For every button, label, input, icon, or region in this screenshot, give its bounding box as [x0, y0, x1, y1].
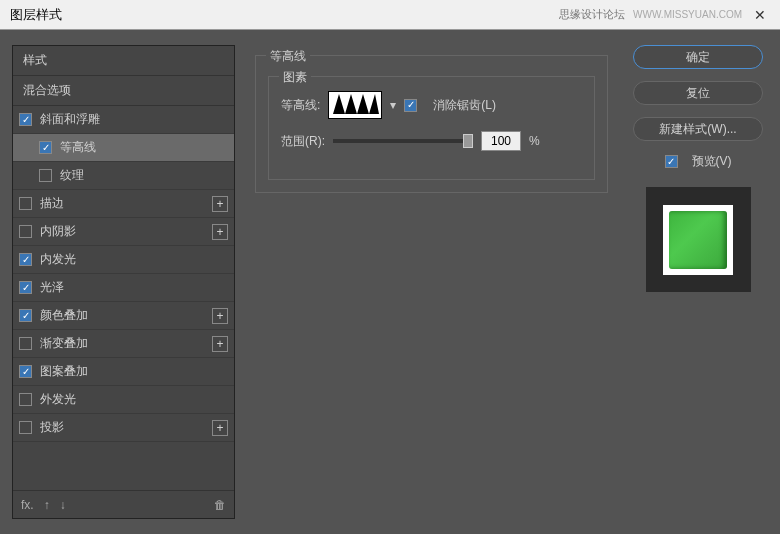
checkbox-icon[interactable]	[19, 365, 32, 378]
item-satin[interactable]: 光泽	[13, 274, 234, 302]
item-inner-glow[interactable]: 内发光	[13, 246, 234, 274]
preview-swatch	[669, 211, 727, 269]
panel-footer: fx. ↑ ↓ 🗑	[13, 490, 234, 518]
trash-icon[interactable]: 🗑	[214, 498, 226, 512]
range-label: 范围(R):	[281, 133, 325, 150]
plus-icon[interactable]: +	[212, 224, 228, 240]
item-label: 等高线	[60, 139, 96, 156]
styles-panel: 样式 混合选项 斜面和浮雕 等高线 纹理 描边+ 内阴影+ 内发光 光泽 颜色叠…	[12, 45, 235, 519]
elements-group: 图素 等高线: ▾ 消除锯齿(L) 范围(R): %	[268, 76, 595, 180]
item-label: 斜面和浮雕	[40, 111, 100, 128]
checkbox-icon[interactable]	[19, 337, 32, 350]
item-label: 内发光	[40, 251, 76, 268]
styles-header[interactable]: 样式	[13, 46, 234, 76]
reset-button[interactable]: 复位	[633, 81, 763, 105]
arrow-down-icon[interactable]: ↓	[60, 498, 66, 512]
item-contour[interactable]: 等高线	[13, 134, 234, 162]
blend-options-header[interactable]: 混合选项	[13, 76, 234, 106]
settings-panel: 等高线 图素 等高线: ▾ 消除锯齿(L) 范围(R): %	[255, 45, 608, 519]
checkbox-icon[interactable]	[19, 113, 32, 126]
dropdown-icon[interactable]: ▾	[390, 98, 396, 112]
preview-checkbox[interactable]	[665, 155, 678, 168]
checkbox-icon[interactable]	[19, 393, 32, 406]
checkbox-icon[interactable]	[19, 197, 32, 210]
main-area: 样式 混合选项 斜面和浮雕 等高线 纹理 描边+ 内阴影+ 内发光 光泽 颜色叠…	[0, 30, 780, 534]
plus-icon[interactable]: +	[212, 336, 228, 352]
inner-group-title: 图素	[279, 69, 311, 86]
item-gradient-overlay[interactable]: 渐变叠加+	[13, 330, 234, 358]
item-label: 内阴影	[40, 223, 76, 240]
checkbox-icon[interactable]	[39, 169, 52, 182]
contour-curve-icon	[331, 92, 379, 116]
preview-label: 预览(V)	[692, 153, 732, 170]
item-outer-glow[interactable]: 外发光	[13, 386, 234, 414]
close-icon[interactable]: ✕	[750, 5, 770, 25]
item-inner-shadow[interactable]: 内阴影+	[13, 218, 234, 246]
slider-thumb-icon[interactable]	[463, 134, 473, 148]
checkbox-icon[interactable]	[19, 421, 32, 434]
item-pattern-overlay[interactable]: 图案叠加	[13, 358, 234, 386]
checkbox-icon[interactable]	[19, 309, 32, 322]
antialias-label: 消除锯齿(L)	[433, 97, 496, 114]
plus-icon[interactable]: +	[212, 308, 228, 324]
fx-label[interactable]: fx.	[21, 498, 34, 512]
item-label: 颜色叠加	[40, 307, 88, 324]
range-input[interactable]	[481, 131, 521, 151]
contour-label: 等高线:	[281, 97, 320, 114]
range-slider[interactable]	[333, 139, 473, 143]
item-texture[interactable]: 纹理	[13, 162, 234, 190]
new-style-button[interactable]: 新建样式(W)...	[633, 117, 763, 141]
plus-icon[interactable]: +	[212, 196, 228, 212]
item-bevel[interactable]: 斜面和浮雕	[13, 106, 234, 134]
item-label: 外发光	[40, 391, 76, 408]
percent-label: %	[529, 134, 540, 148]
item-label: 纹理	[60, 167, 84, 184]
watermark-url: WWW.MISSYUAN.COM	[633, 9, 742, 20]
item-label: 投影	[40, 419, 64, 436]
contour-group: 等高线 图素 等高线: ▾ 消除锯齿(L) 范围(R): %	[255, 55, 608, 193]
contour-picker[interactable]	[328, 91, 382, 119]
watermark-text: 思缘设计论坛	[559, 7, 625, 22]
ok-button[interactable]: 确定	[633, 45, 763, 69]
titlebar: 图层样式 思缘设计论坛 WWW.MISSYUAN.COM ✕	[0, 0, 780, 30]
checkbox-icon[interactable]	[39, 141, 52, 154]
item-stroke[interactable]: 描边+	[13, 190, 234, 218]
item-label: 图案叠加	[40, 363, 88, 380]
preview-box	[646, 187, 751, 292]
actions-panel: 确定 复位 新建样式(W)... 预览(V)	[628, 45, 768, 519]
style-list: 斜面和浮雕 等高线 纹理 描边+ 内阴影+ 内发光 光泽 颜色叠加+ 渐变叠加+…	[13, 106, 234, 490]
item-label: 描边	[40, 195, 64, 212]
item-color-overlay[interactable]: 颜色叠加+	[13, 302, 234, 330]
arrow-up-icon[interactable]: ↑	[44, 498, 50, 512]
group-title: 等高线	[266, 48, 310, 65]
antialias-checkbox[interactable]	[404, 99, 417, 112]
checkbox-icon[interactable]	[19, 225, 32, 238]
plus-icon[interactable]: +	[212, 420, 228, 436]
item-label: 渐变叠加	[40, 335, 88, 352]
window-title: 图层样式	[10, 6, 62, 24]
checkbox-icon[interactable]	[19, 281, 32, 294]
item-drop-shadow[interactable]: 投影+	[13, 414, 234, 442]
checkbox-icon[interactable]	[19, 253, 32, 266]
item-label: 光泽	[40, 279, 64, 296]
